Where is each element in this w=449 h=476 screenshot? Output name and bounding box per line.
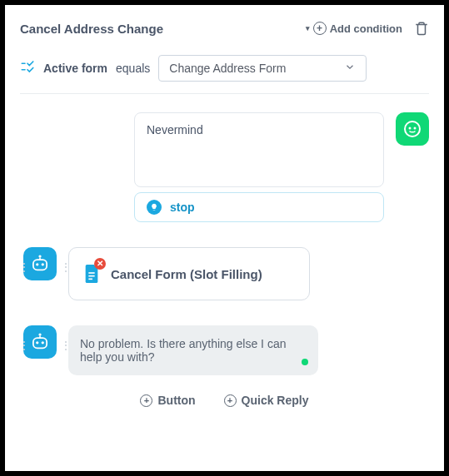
select-value: Change Address Form — [169, 62, 286, 75]
footer-actions: + Button + Quick Reply — [20, 394, 429, 407]
add-condition-label: Add condition — [330, 22, 402, 35]
user-message-input[interactable]: Nevermind — [134, 112, 384, 187]
footer-button-label: Button — [157, 394, 195, 407]
user-turn-row: Nevermind stop — [20, 112, 429, 222]
bot-message-row: ⋮ ⋮ No problem. Is there anything else I… — [20, 325, 429, 375]
panel-header: Cancel Address Change ▾ + Add condition — [20, 20, 429, 37]
add-quick-reply-action[interactable]: + Quick Reply — [224, 394, 309, 407]
condition-row: Active form equals Change Address Form — [20, 55, 429, 82]
svg-rect-11 — [33, 338, 47, 348]
bot-message-input[interactable]: No problem. Is there anything else I can… — [68, 325, 318, 375]
svg-point-2 — [414, 127, 417, 130]
svg-rect-8 — [88, 272, 94, 274]
add-condition-button[interactable]: ▾ + Add condition — [306, 22, 402, 35]
robot-icon — [29, 253, 51, 275]
svg-point-14 — [38, 333, 41, 335]
footer-quickreply-label: Quick Reply — [242, 394, 309, 407]
svg-point-0 — [405, 121, 420, 136]
add-button-action[interactable]: + Button — [140, 394, 195, 407]
action-card[interactable]: ✕ Cancel Form (Slot Filling) — [68, 247, 310, 300]
condition-value-select[interactable]: Change Address Form — [158, 55, 367, 82]
lightbulb-icon — [147, 200, 162, 215]
intent-pill[interactable]: stop — [134, 192, 384, 222]
status-dot-icon — [302, 359, 308, 365]
drag-dots-left-icon: ⋮ — [18, 260, 30, 274]
divider — [20, 93, 429, 94]
cancel-badge-icon: ✕ — [94, 258, 106, 270]
svg-rect-3 — [33, 260, 47, 270]
bot-message-text: No problem. Is there anything else I can… — [80, 337, 286, 364]
svg-point-4 — [36, 263, 38, 265]
robot-icon — [29, 331, 51, 353]
story-panel: Cancel Address Change ▾ + Add condition … — [5, 5, 444, 471]
condition-operator: equals — [116, 62, 150, 75]
caret-down-icon: ▾ — [306, 24, 310, 32]
delete-button[interactable] — [414, 20, 429, 37]
user-message-text: Nevermind — [147, 123, 203, 136]
svg-point-5 — [42, 263, 44, 265]
svg-rect-10 — [88, 279, 92, 280]
user-column: Nevermind stop — [134, 112, 384, 222]
chevron-down-icon — [344, 62, 356, 76]
svg-point-12 — [36, 341, 38, 344]
plus-circle-icon: + — [224, 394, 237, 407]
bot-face-icon — [402, 119, 422, 139]
plus-circle-icon: + — [313, 22, 327, 35]
panel-title: Cancel Address Change — [20, 22, 306, 36]
action-label: Cancel Form (Slot Filling) — [111, 267, 262, 281]
svg-point-1 — [409, 127, 412, 130]
intent-label: stop — [170, 201, 195, 214]
trash-icon — [414, 20, 429, 37]
drag-dots-left-icon: ⋮ — [18, 339, 30, 352]
condition-field: Active form — [43, 62, 107, 75]
bot-action-row: ⋮ ⋮ ✕ Cancel Form (Slot Filling) — [20, 247, 429, 300]
condition-icon — [20, 60, 35, 77]
plus-circle-icon: + — [140, 394, 152, 407]
svg-point-13 — [42, 341, 44, 344]
user-avatar — [396, 112, 429, 146]
form-icon: ✕ — [82, 263, 101, 285]
svg-point-6 — [38, 255, 41, 257]
svg-rect-9 — [88, 275, 94, 277]
